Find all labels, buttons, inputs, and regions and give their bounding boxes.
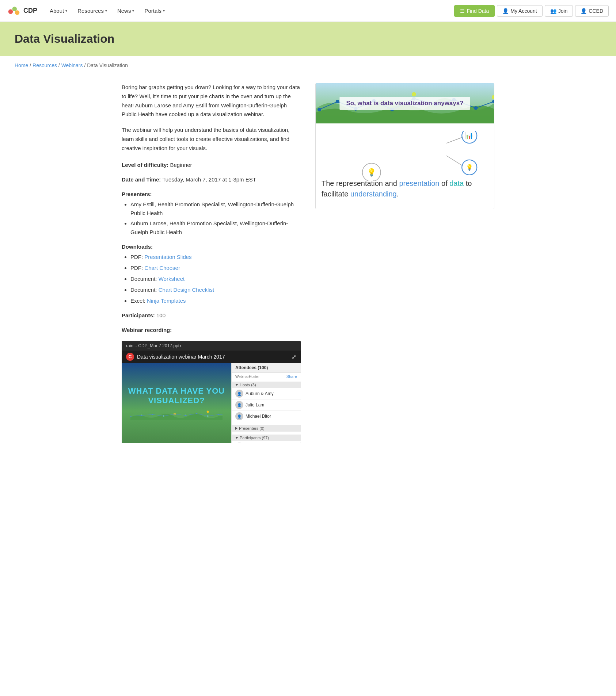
logo-text: CDP [23, 7, 37, 15]
highlight-data: data [449, 179, 464, 187]
download-link[interactable]: Chart Design Checklist [159, 287, 214, 293]
chevron-down-icon: ▾ [132, 9, 134, 13]
list-item: Document: Worksheet [130, 275, 301, 283]
svg-line-32 [446, 156, 463, 166]
presenters-section: Presenters (0) [232, 424, 301, 433]
content-left: Boring bar graphs getting you down? Look… [122, 83, 301, 443]
chevron-down-icon: ▾ [105, 9, 107, 13]
svg-point-17 [218, 414, 219, 415]
avatar: 👤 [235, 412, 243, 420]
nav-news[interactable]: News ▾ [112, 0, 140, 22]
panel-person: 👤 Auburn & Amy [232, 388, 301, 399]
page-header: Data Visualization [0, 22, 616, 56]
highlight-presentation: presentation [399, 179, 439, 187]
attendees-title: Attendees (100) [235, 365, 268, 370]
list-item: Amy Estill, Health Promotion Specialist,… [130, 200, 301, 218]
svg-point-2 [15, 10, 20, 15]
expand-icon [235, 384, 238, 386]
download-link[interactable]: Presentation Slides [144, 254, 191, 260]
content-layout: Boring bar graphs getting you down? Look… [122, 83, 494, 443]
video-body: WHAT DATA HAVE YOU VISUALIZED? [122, 363, 301, 443]
join-button[interactable]: 👥 Join [545, 5, 573, 17]
participants-title: Participants (97) [232, 435, 301, 441]
file-name-label: rain... CDP_Mar 7 2017.pptx [126, 343, 182, 348]
avatar: 👤 [235, 401, 243, 409]
level-field: Level of difficulty: Beginner [122, 161, 301, 169]
download-link[interactable]: Worksheet [159, 276, 185, 282]
recording-field: Webinar recording: [122, 326, 301, 334]
list-item: PDF: Presentation Slides [130, 253, 301, 261]
meta-section: Level of difficulty: Beginner Date and T… [122, 161, 301, 334]
svg-point-20 [336, 100, 339, 103]
presenters-field: Presenters: Amy Estill, Health Promotion… [122, 190, 301, 237]
webinar-label: WebinarHoster [235, 375, 260, 379]
panel-person: 👤 Aaron Mulcaster [232, 441, 301, 443]
breadcrumb-home[interactable]: Home [15, 62, 28, 68]
logo[interactable]: CDP [7, 4, 37, 18]
list-icon: ☰ [460, 8, 465, 14]
navigation: CDP About ▾ Resources ▾ News ▾ Portals ▾… [0, 0, 616, 22]
svg-point-11 [152, 414, 153, 415]
date-value: Tuesday, March 7, 2017 at 1-3pm EST [162, 176, 256, 183]
nav-portals[interactable]: Portals ▾ [139, 0, 170, 22]
nav-about[interactable]: About ▾ [45, 0, 72, 22]
svg-point-0 [8, 9, 13, 14]
participants-panel: Attendees (100) WebinarHoster Share Host… [231, 363, 301, 443]
svg-text:💡: 💡 [367, 168, 376, 177]
panel-person: 👤 Michael Ditor [232, 411, 301, 422]
participants-field: Participants: 100 [122, 311, 301, 320]
svg-point-8 [207, 411, 209, 413]
svg-line-31 [446, 137, 463, 143]
video-title-bar: C Data visualization webinar March 2017 … [122, 351, 301, 363]
panel-header: Attendees (100) [232, 363, 301, 373]
participants-section: Participants (97) 👤 Aaron Mulcaster 👤 Al… [232, 433, 301, 443]
download-link[interactable]: Ninja Templates [147, 298, 186, 304]
video-slide: WHAT DATA HAVE YOU VISUALIZED? [122, 363, 231, 443]
cced-button[interactable]: 👤 CCED [575, 5, 609, 17]
list-item: PDF: Chart Chooser [130, 264, 301, 272]
collapsed-icon [235, 427, 237, 430]
svg-point-13 [174, 414, 175, 415]
main-content: Boring bar graphs getting you down? Look… [107, 72, 509, 458]
find-data-button[interactable]: ☰ Find Data [454, 5, 495, 17]
expand-button[interactable]: ⤢ [292, 353, 296, 360]
breadcrumb-current: Data Visualization [87, 62, 128, 68]
download-link[interactable]: Chart Chooser [144, 265, 180, 271]
date-field: Date and Time: Tuesday, March 7, 2017 at… [122, 175, 301, 184]
svg-text:📊: 📊 [465, 131, 474, 139]
panel-top-row: WebinarHoster Share [232, 373, 301, 380]
breadcrumb-resources[interactable]: Resources [33, 62, 57, 68]
avatar: 👤 [235, 443, 243, 443]
breadcrumb-webinars[interactable]: Webinars [61, 62, 83, 68]
video-container: rain... CDP_Mar 7 2017.pptx C Data visua… [122, 341, 301, 443]
svg-text:💡: 💡 [466, 164, 473, 171]
highlight-understanding: understanding [350, 190, 397, 198]
viz-preview-bottom: 📊 💡 💡 The representation and presentatio… [316, 123, 494, 209]
viz-definition: The representation and presentation of d… [322, 178, 488, 203]
expand-icon [235, 437, 238, 439]
viz-preview-top: So, what is data visualization anyways? [316, 83, 494, 123]
nav-right: ☰ Find Data 👤 My Account 👥 Join 👤 CCED [454, 5, 609, 17]
participants-count: 100 [156, 312, 166, 318]
video-top-bar: rain... CDP_Mar 7 2017.pptx [122, 341, 301, 351]
list-item: Auburn Larose, Health Promotion Speciali… [130, 219, 301, 237]
viz-preview-question: So, what is data visualization anyways? [339, 97, 470, 110]
viz-preview: So, what is data visualization anyways? … [315, 83, 494, 209]
share-button[interactable]: Share [286, 374, 297, 379]
presenters-list: Amy Estill, Health Promotion Specialist,… [130, 200, 301, 237]
list-item: Excel: Ninja Templates [130, 297, 301, 305]
presenters-title: Presenters (0) [232, 425, 301, 432]
breadcrumb: Home / Resources / Webinars / Data Visua… [0, 56, 616, 72]
downloads-field: Downloads: PDF: Presentation Slides PDF:… [122, 242, 301, 305]
nav-resources[interactable]: Resources ▾ [72, 0, 112, 22]
list-item: Document: Chart Design Checklist [130, 286, 301, 294]
my-account-button[interactable]: 👤 My Account [497, 5, 542, 17]
svg-point-10 [141, 415, 142, 416]
chevron-down-icon: ▾ [65, 9, 67, 13]
video-main: WHAT DATA HAVE YOU VISUALIZED? [122, 363, 231, 443]
svg-point-19 [317, 108, 321, 111]
user-icon: 👤 [502, 8, 509, 14]
content-right: So, what is data visualization anyways? … [315, 83, 494, 443]
channel-badge: C [126, 353, 134, 361]
intro-paragraph-1: Boring bar graphs getting you down? Look… [122, 83, 301, 119]
